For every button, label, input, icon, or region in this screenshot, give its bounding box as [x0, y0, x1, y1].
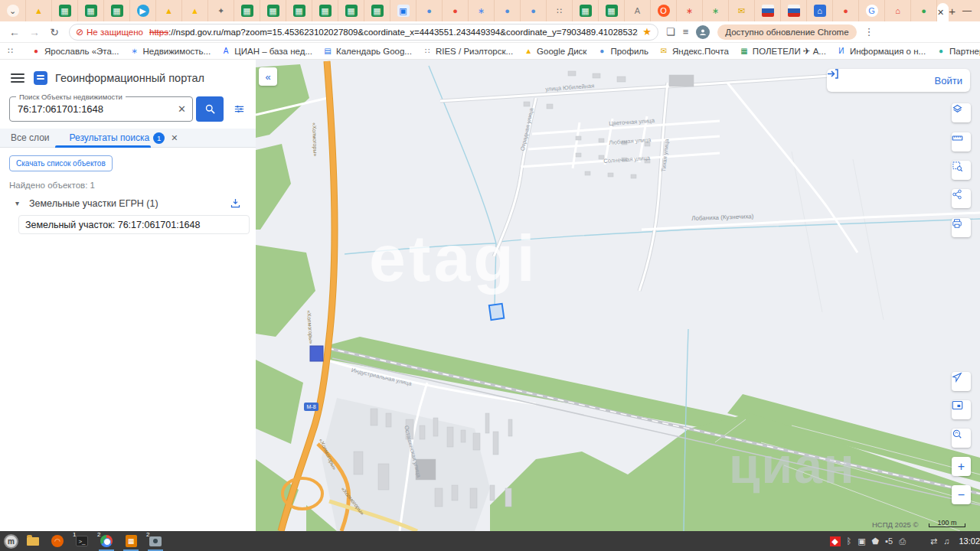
select-area-button[interactable]	[952, 161, 971, 180]
active-tab[interactable]: ✕	[937, 3, 949, 21]
search-input[interactable]: Поиск Объекты недвижимости 76:17:061701:…	[9, 96, 193, 122]
chrome-app-button[interactable]: 2	[96, 531, 116, 551]
pinned-tab[interactable]: ▦	[286, 0, 312, 21]
address-bar[interactable]: ⊘ Не защищено https://nspd.gov.ru/map?zo…	[69, 24, 658, 41]
results-group-row[interactable]: ▾ Земельные участки ЕГРН (1)	[0, 197, 256, 213]
pinned-tab[interactable]: ▦	[338, 0, 364, 21]
reload-button[interactable]: ↻	[44, 26, 64, 38]
bookmark-item[interactable]: И Информация о н...	[837, 47, 926, 56]
terminal-app-button[interactable]: 1 >_	[72, 531, 92, 551]
apps-grid-icon[interactable]: ∷	[8, 46, 13, 56]
tab-close-icon[interactable]: ✕	[171, 133, 178, 143]
forward-button[interactable]: →	[24, 26, 44, 38]
pinned-tab[interactable]: G	[859, 0, 885, 21]
bookmark-item[interactable]: ▲ Google Диск	[524, 47, 586, 56]
tray-icon[interactable]: ᛒ	[847, 536, 852, 546]
reading-list-icon[interactable]: ≡	[683, 26, 689, 37]
tray-icon[interactable]: ⇄	[930, 536, 937, 546]
pinned-tab[interactable]: ▦	[599, 0, 625, 21]
map-canvas[interactable]: etagi циан улица ЮбилейнаяОтрадная улица…	[256, 60, 980, 531]
bookmark-star-icon[interactable]: ★	[642, 26, 652, 37]
result-item[interactable]: Земельный участок: 76:17:061701:1648	[18, 215, 250, 234]
back-button[interactable]: ←	[5, 26, 24, 38]
print-button[interactable]	[952, 218, 971, 237]
bookmark-item[interactable]: ● Профиль	[597, 47, 648, 56]
tab-close-icon[interactable]: ✕	[937, 8, 944, 18]
tray-icon[interactable]: ▣	[858, 536, 865, 546]
pinned-tab[interactable]: ▲	[182, 0, 208, 21]
pinned-tab[interactable]: O	[651, 0, 677, 21]
layers-button[interactable]	[952, 103, 971, 122]
bookmark-item[interactable]: ∗ Недвижимость...	[129, 47, 211, 56]
bookmark-item[interactable]: ● Ярославль «Эта...	[31, 47, 119, 56]
pinned-tab[interactable]	[755, 0, 781, 21]
pinned-tab[interactable]: ▣	[390, 0, 416, 21]
pinned-tab[interactable]: ▦	[312, 0, 338, 21]
tray-icon[interactable]: ♫	[943, 536, 949, 546]
tray-icon[interactable]: ▪5	[885, 536, 893, 546]
pinned-tab[interactable]: ▦	[573, 0, 599, 21]
profile-avatar[interactable]	[696, 25, 710, 39]
clear-search-icon[interactable]: ✕	[178, 103, 186, 115]
zoom-extent-button[interactable]	[952, 429, 971, 448]
minimize-button[interactable]: —	[956, 5, 978, 16]
pinned-tab[interactable]: ▶	[130, 0, 156, 21]
zoom-out-button[interactable]: −	[952, 485, 971, 504]
pinned-tab[interactable]: ✉	[729, 0, 755, 21]
bookmark-item[interactable]: ▦ ПОЛЕТЕЛИ ✈ А...	[740, 46, 826, 57]
extensions-icon[interactable]: ❏	[666, 26, 675, 37]
pinned-tab[interactable]: ∗	[469, 0, 495, 21]
bookmark-item[interactable]: ✉ Яндекс.Почта	[659, 47, 729, 56]
pinned-tab[interactable]: ✦	[208, 0, 234, 21]
chrome-update-button[interactable]: Доступно обновление Chrome	[717, 24, 856, 40]
pinned-tab[interactable]: ▦	[78, 0, 104, 21]
screenshot-app-button[interactable]: 2	[145, 531, 165, 551]
bookmark-item[interactable]: ∷ RIES / Риэлторск...	[423, 47, 513, 56]
pinned-tab[interactable]: ●	[833, 0, 859, 21]
files-app-button[interactable]	[23, 531, 43, 551]
pinned-tab[interactable]: ∗	[677, 0, 703, 21]
pinned-tab[interactable]	[781, 0, 807, 21]
pinned-tab[interactable]: ▦	[234, 0, 260, 21]
zoom-in-button[interactable]: +	[952, 457, 971, 476]
pinned-tab[interactable]: ▦	[364, 0, 390, 21]
ruler-button[interactable]	[952, 132, 971, 152]
pinned-tab[interactable]: ●	[911, 0, 937, 21]
sidebar-collapse-button[interactable]: «	[259, 67, 277, 86]
login-bar[interactable]: Войти	[827, 69, 970, 92]
security-badge[interactable]: ⊘ Не защищено	[76, 27, 143, 37]
tab-all-layers[interactable]: Все слои	[11, 132, 50, 143]
firefox-app-button[interactable]: ◠	[47, 531, 67, 551]
pinned-tab[interactable]: ⌄	[0, 0, 26, 21]
tray-icon[interactable]: ◆	[830, 536, 841, 546]
pinned-tab[interactable]: ●	[495, 0, 521, 21]
bookmark-item[interactable]: ● Партнер онлайн	[936, 47, 980, 56]
download-list-button[interactable]: Скачать список объектов	[9, 155, 113, 171]
pinned-tab[interactable]: A	[625, 0, 651, 21]
menu-icon[interactable]	[11, 71, 24, 85]
search-settings-button[interactable]	[228, 98, 250, 120]
share-button[interactable]	[952, 189, 971, 208]
pinned-tab[interactable]: ●	[443, 0, 469, 21]
pinned-tab[interactable]: ∗	[703, 0, 729, 21]
bookmark-item[interactable]: A ЦИАН – база нед...	[221, 47, 312, 56]
browser-menu-icon[interactable]: ⋮	[864, 26, 874, 37]
pinned-tab[interactable]: ▦	[260, 0, 286, 21]
overview-map-button[interactable]	[952, 400, 971, 419]
calculator-app-button[interactable]: ▦	[121, 531, 141, 551]
pinned-tab[interactable]: ▲	[156, 0, 182, 21]
tray-icon[interactable]: ⬟	[872, 536, 880, 546]
download-group-icon[interactable]	[230, 197, 241, 212]
chevron-down-icon[interactable]: ▾	[15, 199, 19, 207]
pinned-tab[interactable]: ⌂	[885, 0, 911, 21]
pinned-tab[interactable]: ∷	[547, 0, 573, 21]
pinned-tab[interactable]: ▦	[52, 0, 78, 21]
search-button[interactable]	[196, 96, 224, 122]
pinned-tab[interactable]: ●	[521, 0, 547, 21]
tray-icon[interactable]: ⎙	[899, 536, 906, 546]
pinned-tab[interactable]: ●	[416, 0, 443, 21]
system-menu-button[interactable]: m	[4, 534, 18, 549]
new-tab-button[interactable]: +	[949, 5, 956, 18]
locate-button[interactable]	[952, 372, 971, 391]
bookmark-item[interactable]: ▤ Календарь Goog...	[323, 47, 412, 56]
